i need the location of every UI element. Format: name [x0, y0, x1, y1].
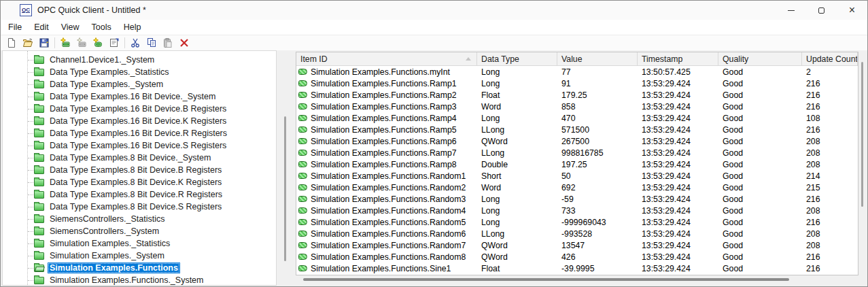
- tree-item[interactable]: Data Type Examples.16 Bit Device.K Regis…: [3, 115, 276, 127]
- tree-item[interactable]: Data Type Examples.16 Bit Device.R Regis…: [3, 127, 276, 139]
- cell-update-count: 216: [802, 125, 820, 135]
- column-header-timestamp[interactable]: Timestamp: [638, 52, 718, 65]
- cell-update-count: 208: [802, 241, 820, 250]
- horizontal-scrollbar-thumb[interactable]: [303, 278, 789, 281]
- toolbar-separator: [54, 37, 55, 48]
- table-row[interactable]: Simulation Examples.Functions.Random1 Sh…: [296, 170, 858, 182]
- tree-item[interactable]: Data Type Examples.8 Bit Device.R Regist…: [3, 188, 276, 201]
- open-file-button[interactable]: [20, 36, 36, 50]
- cell-data-type: Word: [477, 183, 557, 192]
- properties-button[interactable]: [106, 36, 122, 50]
- tree-item[interactable]: Data Type Examples._System: [3, 78, 276, 90]
- cell-quality: Good: [718, 102, 802, 112]
- table-row[interactable]: Simulation Examples.Functions.Ramp4 Long…: [296, 112, 858, 124]
- tree-item[interactable]: Data Type Examples._Statistics: [3, 66, 276, 78]
- tree-connector: [28, 243, 33, 244]
- tree-connector: [28, 121, 33, 122]
- table-row[interactable]: Simulation Examples.Functions.Ramp8 Doub…: [296, 158, 858, 170]
- table-row[interactable]: Simulation Examples.Functions.Random2 Wo…: [296, 182, 858, 193]
- cell-data-type: LLong: [477, 125, 557, 135]
- window-controls: ×: [776, 1, 867, 20]
- tree-connector: [28, 231, 33, 232]
- table-row[interactable]: Simulation Examples.Functions.Ramp6 QWor…: [296, 135, 858, 147]
- menu-item-tools[interactable]: Tools: [86, 20, 118, 35]
- tree-vertical-scrollbar[interactable]: [284, 116, 286, 261]
- column-header-item-id[interactable]: Item ID: [296, 52, 477, 65]
- folder-icon: [34, 142, 44, 150]
- table-row[interactable]: Simulation Examples.Functions.Random8 QW…: [296, 251, 858, 263]
- table-row[interactable]: Simulation Examples.Functions.Ramp3 Word…: [296, 101, 858, 112]
- tree-item[interactable]: Data Type Examples.16 Bit Device.B Regis…: [3, 103, 276, 115]
- cell-value: 77: [557, 67, 638, 77]
- new-file-button[interactable]: [3, 36, 20, 50]
- cut-button[interactable]: [127, 36, 143, 50]
- tree-item-label: Simulation Examples._System: [48, 250, 167, 261]
- table-row[interactable]: Simulation Examples.Functions.Random6 LL…: [296, 228, 858, 239]
- cell-data-type: Double: [477, 160, 557, 169]
- tree-item[interactable]: Simulation Examples._System: [3, 250, 276, 262]
- tree-item[interactable]: Simulation Examples._Statistics: [3, 237, 276, 250]
- column-header-value[interactable]: Value: [557, 52, 638, 65]
- tree-connector: [28, 219, 33, 220]
- tree-item[interactable]: Data Type Examples.8 Bit Device._System: [3, 152, 276, 164]
- tag-icon: [298, 80, 307, 86]
- table-row[interactable]: Simulation Examples.Functions.Random7 QW…: [296, 239, 858, 251]
- tree-item[interactable]: Simulation Examples.Functions: [3, 262, 276, 274]
- maximize-button[interactable]: [806, 1, 837, 20]
- tree-item[interactable]: Data Type Examples.8 Bit Device.B Regist…: [3, 164, 276, 176]
- tree-item-label: Data Type Examples.16 Bit Device.K Regis…: [48, 116, 228, 126]
- table-row[interactable]: Simulation Examples.Functions.Ramp5 LLon…: [296, 124, 858, 135]
- tree-item[interactable]: SiemensControllers._System: [3, 225, 276, 237]
- menu-item-file[interactable]: File: [2, 20, 28, 35]
- tree-item[interactable]: Data Type Examples.16 Bit Device._System: [3, 90, 276, 103]
- table-row[interactable]: Simulation Examples.Functions.Sine1 Floa…: [296, 263, 858, 274]
- save-file-button[interactable]: [36, 36, 52, 50]
- menu-item-edit[interactable]: Edit: [28, 20, 55, 35]
- tree-item-label: Data Type Examples.8 Bit Device.K Regist…: [48, 177, 224, 188]
- tree-item[interactable]: Data Type Examples.8 Bit Device.K Regist…: [3, 176, 276, 188]
- cell-quality: Good: [718, 195, 802, 204]
- table-row[interactable]: Simulation Examples.Functions.Random4 Lo…: [296, 205, 858, 216]
- table-row[interactable]: Simulation Examples.Functions.Ramp1 Long…: [296, 78, 858, 89]
- tree-item-label: Data Type Examples._System: [48, 79, 165, 90]
- table-row[interactable]: Simulation Examples.Functions.Ramp7 LLon…: [296, 147, 858, 158]
- column-header-quality[interactable]: Quality: [718, 52, 802, 65]
- paste-button[interactable]: [160, 36, 176, 50]
- titlebar: QC OPC Quick Client - Untitled * ×: [1, 1, 867, 20]
- cell-data-type: Long: [477, 79, 557, 88]
- folder-icon: [34, 252, 44, 260]
- tree-item[interactable]: SiemensControllers._Statistics: [3, 213, 276, 225]
- table-row[interactable]: Simulation Examples.Functions.Random3 Lo…: [296, 193, 858, 205]
- copy-button[interactable]: [143, 36, 160, 50]
- folder-icon: [34, 203, 44, 211]
- cell-item-id: Simulation Examples.Functions.Random2: [311, 183, 466, 192]
- cell-data-type: QWord: [477, 241, 557, 250]
- close-button[interactable]: ×: [837, 1, 867, 20]
- menu-item-help[interactable]: Help: [118, 20, 147, 35]
- delete-button[interactable]: [176, 36, 192, 50]
- cell-timestamp: 13:53:29.424: [638, 264, 718, 273]
- column-header-data-type[interactable]: Data Type: [477, 52, 557, 65]
- menu-item-view[interactable]: View: [55, 20, 86, 35]
- new-server-connection-button[interactable]: [57, 36, 73, 50]
- cell-item-id: Simulation Examples.Functions.Random8: [311, 252, 466, 262]
- tree-item[interactable]: Channel1.Device1._System: [3, 54, 276, 66]
- tree-item-label: Data Type Examples.16 Bit Device._System: [48, 91, 218, 102]
- new-group-button[interactable]: [73, 36, 90, 50]
- column-header-update-count[interactable]: Update Count: [802, 52, 858, 65]
- tree-item[interactable]: Simulation Examples.Functions._System: [3, 274, 276, 286]
- list-vertical-scrollbar[interactable]: [861, 62, 863, 207]
- minimize-button[interactable]: [776, 1, 806, 20]
- table-row[interactable]: Simulation Examples.Functions.Ramp2 Floa…: [296, 89, 858, 101]
- cell-timestamp: 13:53:29.424: [638, 90, 718, 100]
- cell-item-id: Simulation Examples.Functions.Ramp8: [311, 160, 457, 169]
- list-horizontal-scrollbar[interactable]: [297, 277, 858, 282]
- tag-icon: [298, 92, 307, 98]
- tree-item[interactable]: Data Type Examples.16 Bit Device.S Regis…: [3, 139, 276, 152]
- folder-icon: [34, 277, 44, 284]
- new-item-button[interactable]: [90, 36, 106, 50]
- folder-icon: [34, 81, 44, 88]
- table-row[interactable]: Simulation Examples.Functions.myInt Long…: [296, 66, 858, 78]
- table-row[interactable]: Simulation Examples.Functions.Random5 Lo…: [296, 216, 858, 228]
- tree-item[interactable]: Data Type Examples.8 Bit Device.S Regist…: [3, 201, 276, 213]
